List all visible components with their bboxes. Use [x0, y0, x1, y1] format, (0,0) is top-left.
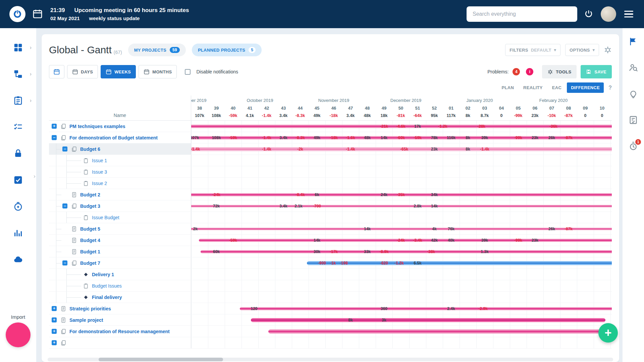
filters-dropdown[interactable]: FILTERS DEFAULT ▾ — [505, 44, 560, 56]
sidebar-item-timer[interactable] — [10, 198, 26, 215]
help-icon[interactable]: ? — [608, 85, 612, 91]
gantt-bar[interactable] — [240, 307, 612, 310]
calendar-icon[interactable] — [32, 8, 44, 20]
my-projects-pill[interactable]: MY PROJECTS 59 — [128, 44, 186, 56]
app-logo[interactable] — [9, 6, 25, 22]
tab-months[interactable]: MONTHS — [139, 65, 177, 78]
gantt-row-name[interactable]: + — [49, 337, 191, 348]
status-note[interactable]: weekly status update — [89, 15, 140, 21]
week-total-value: 108k — [208, 112, 225, 120]
gantt-bar[interactable] — [251, 318, 606, 322]
panel-collapse-chevron[interactable]: › — [34, 173, 36, 180]
collapse-icon[interactable]: – — [62, 146, 67, 152]
book-icon — [71, 203, 77, 209]
problems-count-badge[interactable]: 4 — [513, 68, 520, 75]
sidebar-item-user-search[interactable] — [629, 63, 638, 74]
gantt-row-name[interactable]: Budget 2 — [49, 189, 191, 200]
tab-eac[interactable]: EAC — [548, 82, 566, 93]
row-label: Sample project — [69, 317, 103, 323]
gantt-row-name[interactable]: Issue 2 — [49, 178, 191, 189]
add-button[interactable]: + — [598, 323, 618, 343]
gantt-row-name[interactable]: Budget Issues — [49, 280, 191, 291]
sidebar-item-task-check[interactable] — [629, 115, 638, 126]
doc-icon — [60, 306, 67, 312]
tab-reality[interactable]: REALITY — [519, 82, 547, 93]
gantt-bar[interactable] — [191, 205, 612, 207]
gantt-row-name[interactable]: Issue 3 — [49, 166, 191, 177]
expand-icon[interactable]: + — [52, 329, 57, 334]
meeting-banner[interactable]: 21:39 Upcoming meeting in 60 hours 25 mi… — [50, 7, 189, 21]
tab-days[interactable]: DAYS — [67, 65, 98, 78]
bar-value-label: -1.2k — [438, 121, 447, 132]
gantt-row-name[interactable]: +Strategic priorities — [49, 303, 191, 314]
planned-projects-pill[interactable]: PLANNED PROJECTS 5 — [192, 44, 262, 56]
gantt-row-name[interactable]: –Budget 6 — [49, 143, 191, 155]
gantt-row-name[interactable]: Delivery 1 — [49, 269, 191, 280]
gantt-bar[interactable] — [268, 329, 605, 334]
expand-icon[interactable]: + — [52, 340, 57, 345]
save-button[interactable]: SAVE — [581, 65, 612, 78]
gantt-row-name[interactable]: Budget 1 — [49, 246, 191, 257]
gantt-row-name[interactable]: +PM techniques examples — [49, 121, 191, 132]
horizontal-scrollbar[interactable] — [48, 358, 613, 361]
gantt-row-name[interactable]: Budget 4 — [49, 235, 191, 246]
sidebar-item-hierarchy[interactable]: › — [10, 66, 26, 82]
info-badge[interactable]: i — [526, 68, 533, 75]
gantt-row-name[interactable]: –For demonstration of Budget statement — [49, 132, 191, 143]
collapse-icon[interactable]: – — [52, 135, 57, 140]
gantt-row-name[interactable]: Issue Budget — [49, 212, 191, 223]
filters-label: FILTERS — [509, 48, 528, 53]
sidebar-item-chart[interactable] — [10, 225, 26, 241]
bar-value-label: 14k — [364, 223, 371, 234]
gantt-bar[interactable] — [199, 239, 612, 242]
collapse-icon[interactable]: – — [62, 203, 67, 208]
expand-icon[interactable]: + — [52, 306, 57, 311]
sidebar-item-clipboard[interactable]: › — [10, 93, 26, 109]
sidebar-item-checkbox[interactable] — [10, 172, 26, 188]
meeting-text[interactable]: Upcoming meeting in 60 hours 25 minutes — [74, 7, 189, 14]
sidebar-item-stopwatch[interactable]: 1 — [629, 141, 638, 152]
scrollbar-thumb[interactable] — [99, 358, 223, 361]
settings-gear-icon[interactable] — [604, 46, 612, 54]
expand-icon[interactable]: + — [52, 317, 57, 322]
menu-icon[interactable] — [623, 9, 635, 19]
tab-difference[interactable]: DIFFERENCE — [567, 82, 604, 93]
sidebar-item-dashboard[interactable]: › — [10, 40, 26, 56]
bar-value-label: -1.6k — [346, 132, 355, 143]
gantt-row-name[interactable]: +Sample project — [49, 314, 191, 325]
import-button[interactable] — [6, 322, 31, 347]
week-number: 48 — [359, 104, 376, 112]
bar-value-label: -17k — [330, 246, 338, 257]
tab-weeks[interactable]: WEEKS — [101, 65, 136, 78]
gantt-row-name[interactable]: –Budget 3 — [49, 200, 191, 212]
week-total-value: 0 — [577, 112, 594, 120]
sidebar-item-cloud[interactable] — [10, 251, 26, 267]
gantt-bar[interactable] — [307, 261, 612, 265]
expand-icon[interactable]: + — [52, 124, 57, 129]
options-label: OPTIONS — [570, 48, 590, 53]
week-number: 05 — [510, 104, 527, 112]
tab-plan[interactable]: PLAN — [497, 82, 518, 93]
sidebar-item-lock[interactable] — [10, 145, 26, 162]
gantt-row-name[interactable]: Budget 5 — [49, 223, 191, 234]
avatar[interactable] — [601, 6, 616, 22]
gantt-row: +PM techniques examples-21k-4.6k17k-1.2k… — [49, 121, 612, 132]
collapse-icon[interactable]: – — [62, 260, 67, 265]
disable-notifications-checkbox[interactable] — [185, 69, 191, 75]
gantt-row-name[interactable]: –Budget 7 — [49, 257, 191, 268]
tools-button[interactable]: TOOLS — [542, 65, 577, 78]
gantt-bar[interactable] — [201, 250, 612, 253]
bar-value-label: 107k — [191, 132, 199, 143]
search-input[interactable] — [467, 6, 577, 22]
gantt-row-name[interactable]: +For demonstration of Resource managemen… — [49, 326, 191, 337]
options-dropdown[interactable]: OPTIONS ▾ — [565, 44, 599, 56]
date-picker-button[interactable] — [49, 65, 64, 78]
sidebar-item-checklist[interactable] — [10, 119, 26, 135]
logout-icon[interactable] — [584, 9, 594, 19]
gantt-row-name[interactable]: Final delivery — [49, 292, 191, 303]
sidebar-item-flag[interactable] — [629, 37, 638, 48]
sidebar-item-bulb[interactable] — [629, 89, 638, 100]
gantt-row-name[interactable]: Issue 1 — [49, 155, 191, 166]
bar-value-label: -59k — [229, 132, 237, 143]
hierarchy-icon — [13, 69, 23, 79]
